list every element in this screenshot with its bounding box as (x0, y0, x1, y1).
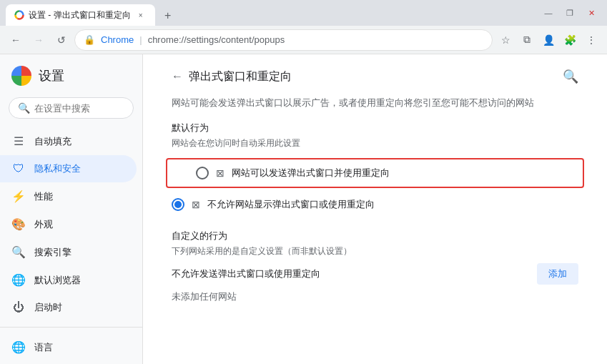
custom-title: 自定义的行为 (172, 230, 578, 242)
close-button[interactable]: ✕ (581, 3, 601, 23)
menu-button[interactable]: ⋮ (581, 30, 601, 50)
browser-icon: 🌐 (11, 273, 26, 287)
restore-button[interactable]: ❐ (560, 3, 580, 23)
chrome-logo (11, 66, 31, 86)
sidebar-label-startup: 启动时 (34, 301, 62, 314)
sidebar-label-privacy: 隐私和安全 (34, 162, 81, 175)
url-bar[interactable]: 🔒 Chrome | chrome://settings/content/pop… (74, 29, 493, 51)
appearance-icon: 🎨 (11, 217, 26, 231)
new-tab-button[interactable]: + (158, 6, 178, 26)
sidebar-item-browser[interactable]: 🌐 默认浏览器 (0, 266, 142, 294)
block-icon: ⊠ (192, 199, 200, 210)
sidebar-item-privacy[interactable]: 🛡 隐私和安全 (0, 155, 137, 182)
sidebar-item-downloads[interactable]: ⬇ 下载内容 (0, 361, 142, 364)
chrome-label: Chrome (101, 34, 134, 45)
sidebar-label-appearance: 外观 (34, 218, 53, 231)
sidebar-item-autofill[interactable]: ☰ 自动填充 (0, 127, 142, 155)
active-tab[interactable]: 设置 - 弹出式窗口和重定向 × (6, 4, 155, 26)
sidebar-item-appearance[interactable]: 🎨 外观 (0, 210, 142, 238)
default-behavior-label: 默认行为 (172, 122, 578, 134)
content-search-icon[interactable]: 🔍 (563, 69, 578, 84)
block-option[interactable]: ⊠ 不允许网站显示弹出式窗口或使用重定向 (143, 191, 607, 218)
not-allowed-label: 不允许发送弹出式窗口或使用重定向 (172, 267, 320, 280)
tab-strip: 设置 - 弹出式窗口和重定向 × + (6, 0, 538, 26)
page-description: 网站可能会发送弹出式窗口以展示广告，或者使用重定向将您引至您可能不想访问的网站 (172, 96, 578, 110)
search-engine-icon: 🔍 (11, 245, 26, 259)
sidebar-label-autofill: 自动填充 (34, 135, 71, 148)
sidebar-item-performance[interactable]: ⚡ 性能 (0, 182, 142, 210)
settings-title: 设置 (39, 67, 64, 84)
back-nav[interactable]: ← 弹出式窗口和重定向 (172, 69, 292, 84)
not-allowed-row: 不允许发送弹出式窗口或使用重定向 添加 (172, 263, 578, 285)
sidebar-item-search[interactable]: 🔍 搜索引擎 (0, 238, 142, 266)
allow-icon: ⊠ (216, 167, 224, 179)
sidebar-nav: ☰ 自动填充 🛡 隐私和安全 ⚡ 性能 🎨 外观 🔍 搜索引擎 🌐 默认浏览 (0, 124, 142, 364)
address-bar: ← → ↺ 🔒 Chrome | chrome://settings/conte… (0, 26, 607, 54)
lock-icon: 🔒 (84, 34, 95, 45)
sidebar-item-startup[interactable]: ⏻ 启动时 (0, 294, 142, 321)
main-layout: 设置 🔍 ☰ 自动填充 🛡 隐私和安全 ⚡ 性能 🎨 外观 (0, 54, 607, 364)
sidebar-search-bar[interactable]: 🔍 (9, 97, 134, 119)
block-radio[interactable] (172, 198, 184, 211)
sidebar-search-input[interactable] (34, 103, 143, 114)
sidebar-label-browser: 默认浏览器 (34, 274, 81, 287)
address-actions: ☆ ⧉ 👤 🧩 ⋮ (495, 30, 601, 50)
page-title: 弹出式窗口和重定向 (189, 69, 292, 84)
sidebar-search-icon: 🔍 (18, 102, 30, 114)
empty-message: 未添加任何网站 (172, 290, 578, 303)
sidebar-header: 设置 (0, 54, 142, 92)
back-icon: ← (172, 70, 183, 83)
minimize-button[interactable]: — (538, 3, 558, 23)
forward-button[interactable]: → (29, 30, 49, 50)
autofill-icon: ☰ (11, 134, 26, 148)
startup-icon: ⏻ (11, 301, 26, 314)
block-label: 不允许网站显示弹出式窗口或使用重定向 (207, 198, 375, 211)
allow-radio[interactable] (196, 167, 209, 179)
extensions-button[interactable]: 🧩 (560, 30, 580, 50)
default-behavior-desc: 网站会在您访问时自动采用此设置 (172, 137, 578, 149)
allow-option[interactable]: ⊠ 网站可以发送弹出式窗口并使用重定向 (166, 158, 584, 188)
sidebar-label-performance: 性能 (34, 190, 53, 203)
content-area: ← 弹出式窗口和重定向 🔍 网站可能会发送弹出式窗口以展示广告，或者使用重定向将… (143, 54, 607, 364)
sidebar: 设置 🔍 ☰ 自动填充 🛡 隐私和安全 ⚡ 性能 🎨 外观 (0, 54, 143, 364)
allow-label: 网站可以发送弹出式窗口并使用重定向 (232, 167, 390, 179)
performance-icon: ⚡ (11, 190, 26, 203)
add-button[interactable]: 添加 (537, 263, 578, 285)
split-button[interactable]: ⧉ (517, 30, 537, 50)
content-header: ← 弹出式窗口和重定向 🔍 (143, 54, 607, 96)
url-separator: | (139, 34, 142, 45)
custom-desc: 下列网站采用的是自定义设置（而非默认设置） (172, 245, 578, 257)
tab-favicon (14, 10, 24, 20)
title-bar: 设置 - 弹出式窗口和重定向 × + — ❐ ✕ (0, 0, 607, 26)
tab-title: 设置 - 弹出式窗口和重定向 (29, 9, 131, 21)
back-button[interactable]: ← (6, 30, 26, 50)
sidebar-label-language: 语言 (34, 341, 53, 354)
sidebar-divider (0, 327, 142, 328)
window-controls: — ❐ ✕ (538, 3, 601, 23)
sidebar-item-language[interactable]: 🌐 语言 (0, 333, 142, 361)
custom-section: 自定义的行为 下列网站采用的是自定义设置（而非默认设置） 不允许发送弹出式窗口或… (172, 230, 578, 303)
url-path: chrome://settings/content/popups (148, 34, 285, 45)
svg-point-2 (18, 14, 21, 17)
tab-close-btn[interactable]: × (135, 9, 147, 21)
sidebar-label-search: 搜索引擎 (34, 246, 71, 259)
reload-button[interactable]: ↺ (51, 30, 71, 50)
profile-button[interactable]: 👤 (538, 30, 558, 50)
language-icon: 🌐 (11, 340, 26, 354)
privacy-icon: 🛡 (11, 162, 26, 175)
bookmark-button[interactable]: ☆ (495, 30, 515, 50)
